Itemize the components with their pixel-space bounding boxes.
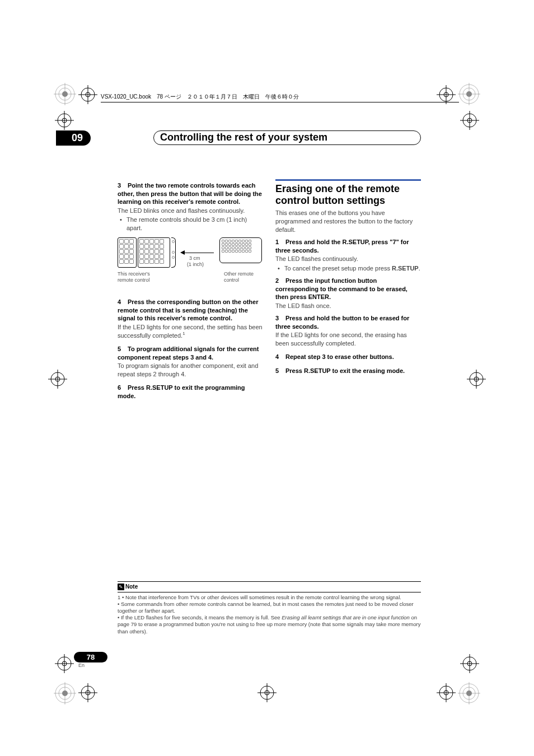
crosshair-icon xyxy=(437,683,456,702)
step-5-head: 5To program additional signals for the c… xyxy=(118,345,263,361)
crosshair-icon xyxy=(257,683,277,702)
r-step-2-head: 2Press the input function button corresp… xyxy=(275,277,421,301)
crosshair-icon xyxy=(460,654,479,673)
r-step-4-head: 4Repeat step 3 to erase other buttons. xyxy=(275,353,421,361)
section-title: Erasing one of the remote control button… xyxy=(275,179,421,207)
receiver-remote-icon xyxy=(118,237,137,268)
page-number: 78 xyxy=(74,652,107,662)
print-header-text: VSX-1020_UC.book 78 ページ ２０１０年１月７日 木曜日 午後… xyxy=(101,94,299,100)
step-3-bullet: The remote controls should be 3 cm (1 in… xyxy=(127,216,263,232)
section-intro: This erases one of the buttons you have … xyxy=(275,209,421,234)
step-6-head: 6Press R.SETUP to exit the programming m… xyxy=(118,384,263,400)
r-step-2-body: The LED flash once. xyxy=(275,302,421,310)
remote-diagram: 3 cm (1 inch) This receiver's remote con… xyxy=(118,237,263,293)
crosshair-icon xyxy=(467,370,486,389)
chapter-bar: 09 Controlling the rest of your system xyxy=(56,130,476,147)
page-badge: 78 En xyxy=(74,652,107,666)
step-3-body: The LED blinks once and flashes continuo… xyxy=(118,207,263,215)
step-4-head: 4Press the corresponding button on the o… xyxy=(118,298,263,323)
step-4-body: If the LED lights for one second, the se… xyxy=(118,323,263,340)
r-step-1-body: The LED flashes continuously. xyxy=(275,255,421,263)
note-label: Note xyxy=(125,584,138,591)
other-remote-label-2: control xyxy=(224,277,239,284)
footnote-1: • Note that interference from TVs or oth… xyxy=(122,594,401,600)
footnote-box: ✎Note 1 • Note that interference from TV… xyxy=(118,581,421,635)
footnote-3-italic: Erasing all learnt settings that are in … xyxy=(282,614,410,620)
left-column: 3Point the two remote controls towards e… xyxy=(118,179,263,400)
crosshair-icon xyxy=(48,370,67,389)
step-5-body: To program signals for another component… xyxy=(118,362,263,378)
print-header: VSX-1020_UC.book 78 ページ ２０１０年１月７日 木曜日 午後… xyxy=(101,93,459,102)
registration-mark-icon xyxy=(54,682,76,704)
header-rule xyxy=(101,102,459,102)
arrow-line-icon xyxy=(185,253,214,253)
receiver-remote-label-2: remote control xyxy=(118,277,150,284)
registration-mark-icon xyxy=(458,83,480,105)
r-step-1-bullet: To cancel the preset setup mode press R.… xyxy=(284,264,421,273)
registration-mark-icon xyxy=(458,682,480,704)
receiver-remote-icon xyxy=(138,237,170,268)
r-step-3-body: If the LED lights for one second, the er… xyxy=(275,331,421,347)
footnote-body: 1 • Note that interference from TVs or o… xyxy=(118,594,421,635)
crosshair-icon xyxy=(78,85,97,104)
crosshair-icon xyxy=(460,111,479,130)
footnote-lead: 1 xyxy=(118,594,122,600)
receiver-remote-tip-icon xyxy=(171,237,176,268)
registration-mark-icon xyxy=(54,83,76,105)
footnote-rule xyxy=(118,581,421,582)
distance-label-2: (1 inch) xyxy=(187,262,204,268)
r-step-1-head: 1Press and hold the R.SETUP, press "7" f… xyxy=(275,238,421,254)
r-step-3-head: 3Press and hold the button to be erased … xyxy=(275,314,421,330)
arrow-left-icon xyxy=(180,250,185,255)
chapter-title: Controlling the rest of your system xyxy=(160,130,327,143)
footnote-ref: 1 xyxy=(182,331,185,336)
other-remote-icon xyxy=(219,237,262,263)
footnote-2: • Some commands from other remote contro… xyxy=(118,601,414,614)
footnote-3a: • If the LED flashes for five seconds, i… xyxy=(118,614,282,620)
footnote-rule xyxy=(118,592,421,592)
note-icon: ✎ xyxy=(118,584,124,590)
crosshair-icon xyxy=(55,654,74,673)
step-3-head: 3Point the two remote controls towards e… xyxy=(118,181,263,206)
page-lang: En xyxy=(78,662,107,668)
crosshair-icon xyxy=(78,683,97,702)
right-column: Erasing one of the remote control button… xyxy=(275,179,421,400)
r-step-5-head: 5Press R.SETUP to exit the erasing mode. xyxy=(275,367,421,375)
crosshair-icon xyxy=(55,111,74,130)
chapter-number: 09 xyxy=(56,130,91,146)
